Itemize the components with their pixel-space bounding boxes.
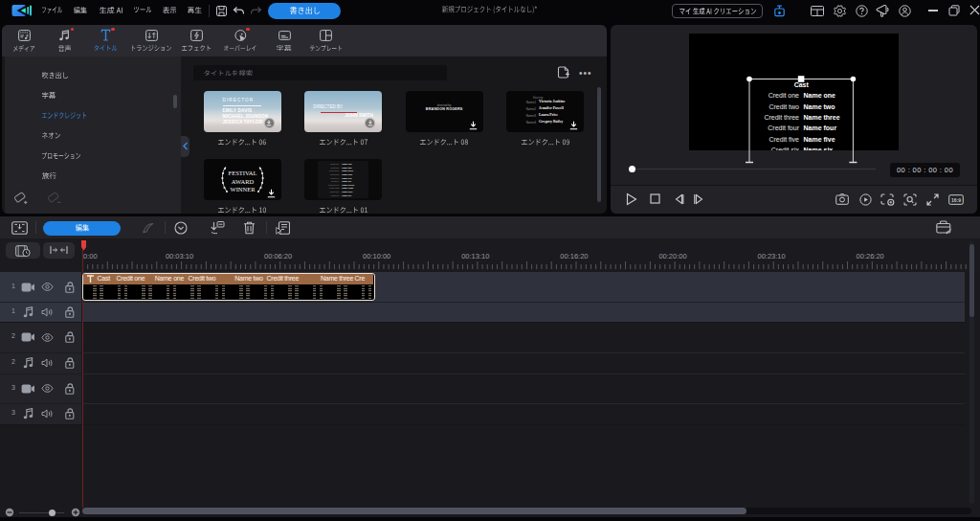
- svg-text:FESTIVAL: FESTIVAL: [228, 170, 256, 176]
- svg-text:AWARD: AWARD: [231, 177, 254, 184]
- svg-text:WINNER: WINNER: [230, 186, 256, 193]
- svg-text:16:9: 16:9: [951, 197, 961, 203]
